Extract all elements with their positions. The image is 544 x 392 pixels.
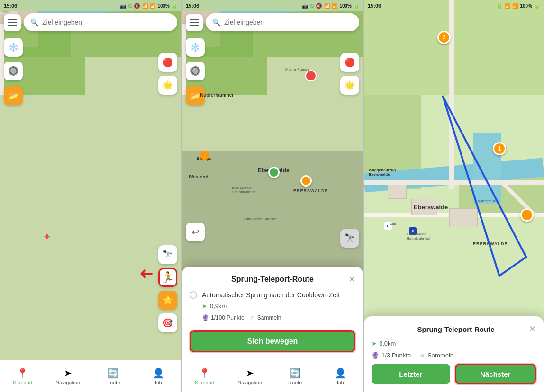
nav-route-2[interactable]: 🔄 Route (272, 365, 318, 388)
modal-header-2: Sprung-Teleport-Route ✕ (190, 274, 355, 285)
nav-route-1[interactable]: 🔄 Route (91, 365, 136, 388)
card-collect-text-3: Sammeln (427, 352, 453, 359)
modal-distance-row-2: ➤ 0,9km (202, 303, 355, 310)
modal-collect-text-2: Sammeln (257, 314, 281, 321)
map-label-eberswalde-3: Eberswalde (414, 204, 448, 211)
status-time-2: 15:06 (186, 3, 199, 9)
undo-button-2[interactable]: ↩ (186, 223, 205, 241)
hamburger-button-2[interactable] (186, 14, 203, 31)
panel-1: 15:06 📷 G 🔇 📶 📶 100% 🔋 🔍 🍴 Kupferhammer … (0, 0, 181, 392)
marker-2: 2 (437, 31, 451, 44)
status-time-3: 15:06 (368, 3, 381, 9)
status-icons-3: 🔋 📶 📶 100% 🔋 (496, 3, 540, 9)
plus-marker: ✚ (44, 233, 50, 241)
card-stats-3: ➤ 3,0km (372, 340, 536, 347)
map-background-1 (0, 0, 181, 392)
card-points-3: 🔮 1/3 Punkte (372, 352, 411, 359)
modal-collect-2: ☆ Sammeln (250, 314, 281, 321)
nav-standort-label-1: Standort (13, 380, 33, 385)
marker-orange-2 (300, 175, 312, 187)
nav-route-label-1: Route (106, 380, 120, 385)
layers-button-2[interactable]: 🔘 (186, 62, 205, 80)
search-bar-2[interactable]: 🔍 (206, 13, 359, 31)
distance-icon-2: ➤ (202, 303, 207, 310)
red-marker-button-1[interactable]: 🔴 (158, 53, 177, 72)
card-distance-icon-3: ➤ (372, 340, 377, 347)
card-distance-text-3: 3,0km (379, 340, 396, 347)
panel-3: 15:06 🔋 📶 📶 100% 🔋 2 1 WaggonaufzugEbers… (364, 0, 544, 392)
status-icons-2: 📷 G 🔇 📶 📶 100% 🔋 (302, 3, 359, 9)
card-title-3: Sprung-Teleport-Route (383, 325, 529, 333)
modal-option-row-2: Automatischer Sprung nach der Cooldown-Z… (190, 291, 355, 299)
status-icons-1: 📷 G 🔇 📶 📶 100% 🔋 (120, 3, 177, 9)
card-points-icon-3: 🔮 (372, 352, 379, 359)
nav-navigation-2[interactable]: ➤ Navigation (227, 365, 273, 388)
status-bar-1: 15:06 📷 G 🔇 📶 📶 100% 🔋 (0, 0, 181, 11)
nav-navigation-label-1: Navigation (55, 380, 80, 385)
red-marker-button-2[interactable]: 🔴 (340, 53, 359, 72)
star-button-1[interactable]: ⭐ (158, 291, 177, 310)
points-icon-2: 🔮 (202, 314, 209, 321)
folder-button-1[interactable]: 📂 (4, 86, 23, 105)
binoculars-button-1[interactable]: 🔭 (158, 245, 177, 264)
map-label-lidl-3: Lidl (390, 222, 396, 226)
search-bar-1[interactable]: 🔍 (24, 13, 177, 31)
marker-1: 1 (493, 142, 506, 155)
modal-points-2: 🔮 1/100 Punkte (202, 314, 245, 321)
card-close-3[interactable]: ✕ (529, 324, 536, 334)
card-points-text-3: 1/3 Punkte (381, 352, 411, 359)
map-label-kupferhammer-2: Kupferhammer (200, 92, 234, 98)
map-label-eberswalde-big-3: EBERSWALDE (473, 241, 508, 246)
search-icon-2: 🔍 (212, 18, 220, 26)
nav-standort-2[interactable]: 📍 Standort (182, 365, 227, 388)
modal-option-text-2: Automatischer Sprung nach der Cooldown-Z… (202, 291, 340, 299)
nav-navigation-1[interactable]: ➤ Navigation (45, 365, 91, 388)
modal-radio-2[interactable] (190, 291, 197, 299)
map-label-eberswalde-big-2: EBERSWALDE (293, 188, 328, 193)
star-marker-button-1[interactable]: 🌟 (158, 76, 177, 95)
search-input-2[interactable] (224, 18, 353, 26)
modal-close-2[interactable]: ✕ (344, 274, 355, 285)
modal-sheet-2: Sprung-Teleport-Route ✕ Automatischer Sp… (182, 267, 363, 360)
nav-navigation-icon-1: ➤ (64, 367, 72, 379)
next-button-3[interactable]: Nächster (455, 364, 536, 384)
panel-2: 15:06 📷 G 🔇 📶 📶 100% 🔋 🔍 🍴 Kupferhammer … (182, 0, 363, 392)
prev-button-3[interactable]: Letzter (372, 364, 450, 384)
nav-standort-icon-1: 📍 (17, 367, 28, 379)
nav-ich-2[interactable]: 👤 Ich (318, 365, 363, 388)
search-input-1[interactable] (42, 18, 171, 26)
map-label-moore-2: Moore-Pumpe (285, 67, 309, 71)
bottom-nav-1: 📍 Standort ➤ Navigation 🔄 Route 👤 Ich (0, 360, 181, 392)
snow-button-2[interactable]: ❄️ (186, 38, 205, 57)
nav-ich-icon-1: 👤 (153, 367, 164, 379)
target-button-1[interactable]: 🎯 (158, 313, 177, 332)
nav-standort-1[interactable]: 📍 Standort (0, 365, 45, 388)
status-bar-2: 15:06 📷 G 🔇 📶 📶 100% 🔋 (182, 0, 363, 11)
card-collect-icon-3: ☆ (419, 352, 425, 359)
map-label-westend-2: Westend (189, 174, 209, 179)
marker-current (520, 208, 534, 222)
collect-icon-2: ☆ (250, 314, 255, 321)
card-distance-3: ➤ 3,0km (372, 340, 396, 347)
modal-stats-2: 🔮 1/100 Punkte ☆ Sammeln (202, 314, 355, 321)
moore-pumpe-2 (305, 70, 317, 81)
map-label-hbf-2: EberswaldeHauptbahnhof (232, 186, 255, 194)
status-bar-3: 15:06 🔋 📶 📶 100% 🔋 (364, 0, 544, 11)
poi-amaya-2: 🍴 (200, 151, 209, 160)
nav-ich-1[interactable]: 👤 Ich (136, 365, 181, 388)
nav-route-icon-1: 🔄 (107, 367, 119, 379)
modal-distance-2: 0,9km (210, 303, 227, 310)
map-label-hbf-3: EberswaldeHauptbahnhof (407, 232, 430, 241)
modal-title-2: Sprung-Teleport-Route (201, 275, 344, 284)
snow-button-1[interactable]: ❄️ (4, 38, 23, 57)
hamburger-button-1[interactable] (4, 14, 21, 31)
map-label-waggon: WaggonaufzugEberswalde (369, 168, 396, 177)
map-label-fritz-2: Fritz-Lesch-Stadion (244, 217, 276, 221)
card-stats-row2-3: 🔮 1/3 Punkte ☆ Sammeln (372, 352, 536, 359)
move-button-2[interactable]: Sich bewegen (190, 330, 355, 352)
card-buttons-3: Letzter Nächster (372, 364, 536, 384)
star-marker-button-2[interactable]: 🌟 (340, 76, 359, 95)
run-button-1[interactable]: 🏃 (158, 268, 177, 287)
search-icon-1: 🔍 (30, 18, 38, 26)
layers-button-1[interactable]: 🔘 (4, 62, 23, 80)
